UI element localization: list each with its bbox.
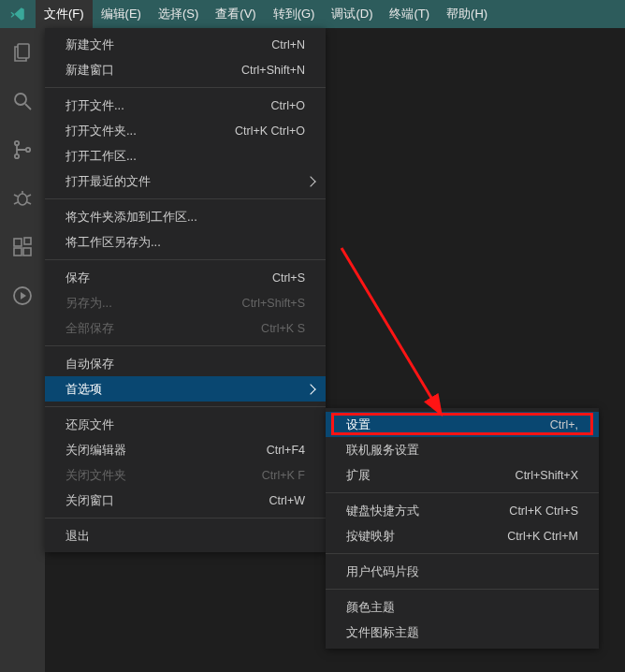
svg-rect-0 bbox=[18, 44, 29, 58]
keyboard-shortcut: Ctrl+N bbox=[271, 38, 305, 51]
preferences-item[interactable]: 颜色主题 bbox=[326, 594, 599, 620]
preferences-submenu: 设置Ctrl+,联机服务设置扩展Ctrl+Shift+X键盘快捷方式Ctrl+K… bbox=[326, 408, 599, 649]
svg-line-9 bbox=[27, 195, 31, 197]
keyboard-shortcut: Ctrl+K S bbox=[261, 322, 305, 335]
svg-point-6 bbox=[18, 194, 27, 205]
keyboard-shortcut: Ctrl+K Ctrl+S bbox=[509, 504, 578, 518]
file-menu-item[interactable]: 关闭编辑器Ctrl+F4 bbox=[45, 437, 326, 462]
preferences-item[interactable]: 键盘快捷方式Ctrl+K Ctrl+S bbox=[326, 498, 599, 523]
file-menu-item[interactable]: 将文件夹添加到工作区... bbox=[45, 204, 326, 229]
svg-line-11 bbox=[27, 202, 31, 204]
preferences-item-label: 文件图标主题 bbox=[346, 624, 578, 641]
svg-point-1 bbox=[15, 94, 26, 105]
file-menu-item: 全部保存Ctrl+K S bbox=[45, 315, 326, 341]
file-menu-item[interactable]: 首选项 bbox=[45, 376, 326, 402]
menubar-edit[interactable]: 编辑(E) bbox=[93, 0, 150, 28]
preferences-item-label: 联机服务设置 bbox=[346, 442, 578, 459]
keyboard-shortcut: Ctrl+K F bbox=[262, 469, 305, 482]
debug-icon[interactable] bbox=[11, 187, 34, 210]
preferences-item-label: 颜色主题 bbox=[346, 599, 578, 616]
file-menu-item-label: 关闭窗口 bbox=[65, 492, 269, 509]
svg-line-2 bbox=[25, 104, 31, 110]
preferences-item[interactable]: 设置Ctrl+, bbox=[326, 412, 599, 437]
file-menu-item[interactable]: 打开文件...Ctrl+O bbox=[45, 93, 326, 118]
menu-separator bbox=[45, 87, 326, 88]
svg-point-5 bbox=[26, 148, 30, 152]
menubar: 文件(F) 编辑(E) 选择(S) 查看(V) 转到(G) 调试(D) 终端(T… bbox=[0, 0, 625, 28]
file-menu-item-label: 全部保存 bbox=[65, 320, 261, 337]
timeline-icon[interactable] bbox=[11, 285, 34, 307]
file-menu-item[interactable]: 打开最近的文件 bbox=[45, 168, 326, 194]
file-menu-item-label: 打开文件夹... bbox=[65, 123, 235, 139]
menubar-terminal-label: 终端(T) bbox=[389, 7, 429, 21]
keyboard-shortcut: Ctrl+W bbox=[269, 494, 305, 507]
file-menu-item[interactable]: 退出 bbox=[45, 523, 326, 548]
activity-bar bbox=[0, 28, 45, 672]
file-menu: 新建文件Ctrl+N新建窗口Ctrl+Shift+N打开文件...Ctrl+O打… bbox=[45, 28, 326, 552]
file-menu-item-label: 新建窗口 bbox=[65, 62, 241, 79]
preferences-item-label: 用户代码片段 bbox=[346, 563, 578, 580]
file-menu-item[interactable]: 新建窗口Ctrl+Shift+N bbox=[45, 57, 326, 82]
menu-separator bbox=[326, 553, 599, 554]
file-menu-item-label: 另存为... bbox=[65, 295, 242, 312]
file-menu-item[interactable]: 将工作区另存为... bbox=[45, 229, 326, 255]
file-menu-item: 另存为...Ctrl+Shift+S bbox=[45, 290, 326, 315]
keyboard-shortcut: Ctrl+Shift+S bbox=[242, 297, 305, 310]
menubar-help[interactable]: 帮助(H) bbox=[438, 0, 496, 28]
file-menu-item-label: 新建文件 bbox=[65, 37, 271, 53]
chevron-right-icon bbox=[305, 384, 315, 394]
file-menu-item-label: 打开工作区... bbox=[65, 148, 305, 165]
file-menu-item-label: 关闭编辑器 bbox=[65, 442, 267, 459]
keyboard-shortcut: Ctrl+F4 bbox=[267, 444, 305, 457]
menubar-selection[interactable]: 选择(S) bbox=[150, 0, 207, 28]
menubar-go-label: 转到(G) bbox=[273, 7, 315, 21]
keyboard-shortcut: Ctrl+K Ctrl+O bbox=[235, 124, 305, 138]
preferences-item-label: 扩展 bbox=[346, 467, 516, 484]
file-menu-item[interactable]: 打开工作区... bbox=[45, 143, 326, 168]
menubar-view[interactable]: 查看(V) bbox=[207, 0, 264, 28]
preferences-item-label: 按键映射 bbox=[346, 528, 507, 545]
menu-separator bbox=[326, 589, 599, 590]
preferences-item[interactable]: 文件图标主题 bbox=[326, 620, 599, 645]
file-menu-item[interactable]: 新建文件Ctrl+N bbox=[45, 32, 326, 57]
menubar-edit-label: 编辑(E) bbox=[101, 7, 141, 21]
file-menu-item-label: 保存 bbox=[65, 270, 272, 286]
svg-line-8 bbox=[14, 195, 18, 197]
svg-marker-17 bbox=[21, 292, 26, 299]
preferences-item[interactable]: 联机服务设置 bbox=[326, 437, 599, 462]
menubar-help-label: 帮助(H) bbox=[446, 7, 487, 21]
source-control-icon[interactable] bbox=[11, 139, 34, 161]
app-logo bbox=[0, 0, 36, 28]
keyboard-shortcut: Ctrl+, bbox=[550, 418, 578, 431]
keyboard-shortcut: Ctrl+S bbox=[272, 271, 305, 285]
file-menu-item[interactable]: 关闭窗口Ctrl+W bbox=[45, 488, 326, 513]
file-menu-item-label: 打开最近的文件 bbox=[65, 173, 305, 190]
menubar-go[interactable]: 转到(G) bbox=[265, 0, 324, 28]
keyboard-shortcut: Ctrl+Shift+N bbox=[241, 64, 305, 77]
menubar-debug-label: 调试(D) bbox=[331, 7, 372, 21]
file-menu-item-label: 关闭文件夹 bbox=[65, 467, 262, 484]
file-menu-item[interactable]: 自动保存 bbox=[45, 351, 326, 376]
explorer-icon[interactable] bbox=[11, 41, 34, 64]
file-menu-item[interactable]: 打开文件夹...Ctrl+K Ctrl+O bbox=[45, 118, 326, 143]
file-menu-item[interactable]: 还原文件 bbox=[45, 412, 326, 437]
menubar-file[interactable]: 文件(F) bbox=[36, 0, 93, 28]
svg-point-3 bbox=[15, 141, 19, 145]
svg-line-10 bbox=[14, 202, 18, 204]
menubar-terminal[interactable]: 终端(T) bbox=[381, 0, 438, 28]
preferences-item[interactable]: 用户代码片段 bbox=[326, 559, 599, 584]
preferences-item[interactable]: 扩展Ctrl+Shift+X bbox=[326, 462, 599, 488]
search-icon[interactable] bbox=[11, 90, 34, 112]
file-menu-item[interactable]: 保存Ctrl+S bbox=[45, 265, 326, 290]
svg-rect-15 bbox=[24, 238, 31, 244]
menu-separator bbox=[45, 345, 326, 346]
file-menu-item-label: 首选项 bbox=[65, 381, 305, 398]
menu-separator bbox=[45, 406, 326, 407]
menu-separator bbox=[45, 198, 326, 199]
file-menu-item-label: 将工作区另存为... bbox=[65, 234, 305, 251]
menubar-selection-label: 选择(S) bbox=[158, 7, 198, 21]
file-menu-item-label: 将文件夹添加到工作区... bbox=[65, 209, 305, 226]
preferences-item[interactable]: 按键映射Ctrl+K Ctrl+M bbox=[326, 523, 599, 548]
menubar-debug[interactable]: 调试(D) bbox=[323, 0, 381, 28]
extensions-icon[interactable] bbox=[11, 236, 34, 258]
